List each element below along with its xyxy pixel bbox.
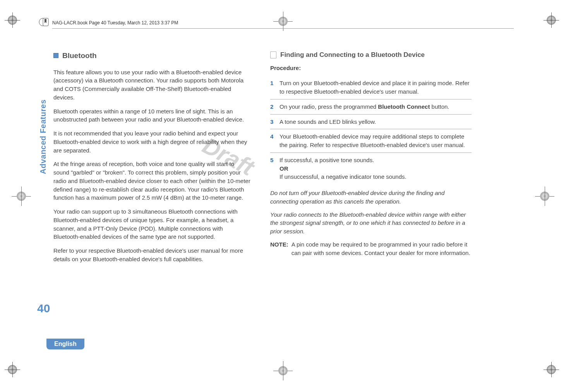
- step-number: 2: [270, 103, 276, 111]
- registration-mark-icon: [12, 187, 31, 206]
- note-text: A pin code may be required to be program…: [292, 240, 472, 257]
- crop-mark-icon: [8, 365, 19, 377]
- header-rule: [52, 28, 514, 29]
- note-block: NOTE: A pin code may be required to be p…: [270, 240, 472, 257]
- note-label: NOTE:: [270, 240, 288, 257]
- step-text: A tone sounds and LED blinks yellow.: [280, 118, 472, 126]
- paragraph: It is not recommended that you leave you…: [53, 129, 251, 154]
- page-header-text: NAG-LACR.book Page 40 Tuesday, March 12,…: [52, 20, 178, 26]
- procedure-step: 3 A tone sounds and LED blinks yellow.: [270, 115, 472, 130]
- language-tab: English: [46, 339, 84, 349]
- italic-paragraph: Do not turn off your Bluetooth-enabled d…: [270, 189, 472, 206]
- content-area: Bluetooth This feature allows you to use…: [53, 50, 527, 346]
- side-tab-label: Advanced Features: [39, 99, 48, 174]
- step-number: 1: [270, 79, 276, 96]
- procedure-step: 4 Your Bluetooth-enabled device may requ…: [270, 129, 472, 153]
- crop-mark-icon: [8, 15, 19, 27]
- page-number: 40: [37, 302, 50, 315]
- step-number: 4: [270, 132, 276, 149]
- step-text-bold: Bluetooth Connect: [378, 103, 430, 110]
- paragraph: This feature allows you to use your radi…: [53, 68, 251, 102]
- procedure-step: 2 On your radio, press the programmed Bl…: [270, 99, 472, 115]
- left-column: Bluetooth This feature allows you to use…: [53, 50, 251, 346]
- step-number: 3: [270, 118, 276, 126]
- step-line: If successful, a positive tone sounds.: [280, 157, 374, 163]
- step-text: On your radio, press the programmed Blue…: [280, 103, 472, 111]
- procedure-label: Procedure:: [270, 64, 472, 72]
- step-or: OR: [280, 165, 288, 172]
- sub-heading: Finding and Connecting to a Bluetooth De…: [270, 50, 472, 60]
- step-text-part: button.: [430, 103, 449, 110]
- registration-mark-icon: [535, 187, 554, 206]
- manual-icon: [270, 51, 276, 58]
- crop-mark-icon: [547, 365, 558, 377]
- procedure-step: 5 If successful, a positive tone sounds.…: [270, 153, 472, 184]
- crop-mark-icon: [547, 15, 558, 27]
- procedure-step: 1 Turn on your Bluetooth-enabled device …: [270, 76, 472, 99]
- step-text-part: On your radio, press the programmed: [280, 103, 378, 110]
- step-text: Your Bluetooth-enabled device may requir…: [280, 132, 472, 149]
- sub-heading-text: Finding and Connecting to a Bluetooth De…: [280, 50, 425, 60]
- step-text: If successful, a positive tone sounds. O…: [280, 156, 472, 181]
- paragraph: Refer to your respective Bluetooth-enabl…: [53, 246, 251, 264]
- step-line: If unsuccessful, a negative indicator to…: [280, 173, 406, 180]
- bookmark-icon: [39, 16, 50, 29]
- step-text: Turn on your Bluetooth-enabled device an…: [280, 79, 472, 96]
- heading-text: Bluetooth: [62, 50, 97, 61]
- paragraph: Bluetooth operates within a range of 10 …: [53, 107, 251, 124]
- right-column: Finding and Connecting to a Bluetooth De…: [270, 50, 472, 346]
- section-heading: Bluetooth: [53, 50, 251, 61]
- paragraph: At the fringe areas of reception, both v…: [53, 160, 251, 202]
- paragraph: Your radio can support up to 3 simultane…: [53, 207, 251, 241]
- step-number: 5: [270, 156, 276, 181]
- heading-bullet-icon: [53, 53, 58, 58]
- italic-paragraph: Your radio connects to the Bluetooth-ena…: [270, 211, 472, 236]
- registration-mark-icon: [273, 361, 293, 380]
